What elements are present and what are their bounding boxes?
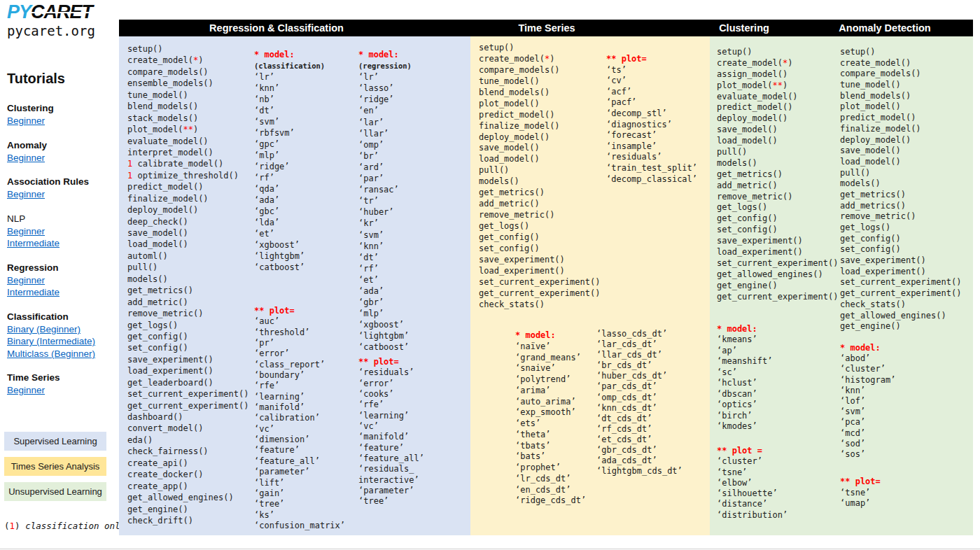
- ts-plot-list: ** plot=‘ts’‘cv’‘acf’‘pacf’‘decomp_stl’‘…: [606, 54, 697, 185]
- code-line: plot_model(): [840, 101, 961, 113]
- code-line: ‘llar’: [358, 128, 412, 139]
- legend-supervised-learning: Supervised Learning: [4, 432, 106, 451]
- code-line: ‘learning’: [358, 411, 424, 421]
- code-line: ‘ard’: [358, 162, 412, 173]
- code-line: get_current_experiment(): [479, 288, 600, 299]
- code-line: ‘exp_smooth’: [515, 407, 586, 418]
- code-line: remove_metric(): [479, 210, 600, 221]
- ts-functions-list: setup()create_model(*)compare_models()tu…: [479, 43, 600, 311]
- tutorial-link-anomaly-beginner[interactable]: Beginner: [7, 152, 45, 164]
- code-line: get_allowed_engines(): [717, 269, 838, 281]
- code-line: ‘vc’: [254, 424, 345, 435]
- code-line: predict_model(): [717, 102, 838, 113]
- code-line: * model:: [515, 330, 586, 341]
- tutorial-link-clustering-beginner[interactable]: Beginner: [7, 115, 45, 127]
- code-line: deploy_model(): [479, 132, 600, 143]
- ts-model-list-b: ‘lasso_cds_dt’‘lar_cds_dt’‘llar_cds_dt’‘…: [596, 329, 682, 477]
- tutorial-link-nlp-beginner[interactable]: Beginner: [7, 225, 45, 238]
- section-title-time-series: Time Series: [7, 372, 119, 384]
- code-line: ‘llar_cds_dt’: [596, 350, 682, 360]
- code-line: blend_models(): [479, 87, 600, 99]
- code-line: ‘manifold’: [254, 402, 345, 413]
- code-line: ‘lightgbm_cds_dt’: [596, 466, 682, 477]
- tutorial-link-regression-beginner[interactable]: Beginner: [7, 274, 45, 287]
- tutorial-link-classification-multiclass-beginner[interactable]: Multiclass (Beginner): [7, 348, 95, 360]
- code-line: ‘dt’: [358, 252, 412, 263]
- code-line: ‘feature’: [254, 445, 345, 456]
- legend: Supervised LearningTimes Series Analysis…: [7, 432, 119, 501]
- code-line: ‘lasso_cds_dt’: [596, 329, 682, 339]
- section-title-association-rules: Association Rules: [7, 176, 119, 188]
- classification-only-note: (1) classification only: [4, 521, 119, 531]
- code-line: set_config(): [479, 244, 600, 255]
- code-line: ‘lar_cds_dt’: [596, 339, 682, 350]
- code-line: save_experiment(): [840, 255, 961, 267]
- footnote-text: classification only: [25, 521, 125, 531]
- header-anomaly-detection: Anomaly Detection: [839, 20, 930, 36]
- code-line: predict_model(): [127, 181, 248, 192]
- code-line: convert_model(): [127, 423, 248, 434]
- code-line: get_logs(): [479, 221, 600, 232]
- code-line: ‘cooks’: [358, 389, 424, 400]
- clustering-plot-list: ** plot =‘cluster’‘tsne’‘elbow’‘silhouet…: [717, 446, 788, 521]
- tutorial-link-regression-intermediate[interactable]: Intermediate: [7, 286, 59, 299]
- tutorial-link-nlp-intermediate[interactable]: Intermediate: [7, 237, 59, 250]
- code-line: interactive’: [358, 475, 424, 486]
- code-line: ‘rfe’: [254, 381, 345, 391]
- rc-functions-list: setup()create_model(*)compare_models()en…: [127, 43, 248, 526]
- tutorial-link-classification-binary-intermediate[interactable]: Binary (Intermediate): [7, 335, 95, 348]
- code-line: ‘rfe’: [358, 400, 424, 410]
- code-line: finalize_model(): [479, 121, 600, 132]
- code-line: ‘histogram’: [840, 375, 895, 386]
- code-line: ‘lr_cds_dt’: [515, 474, 586, 485]
- code-line: remove_metric(): [717, 192, 838, 203]
- code-line: ‘residuals_: [358, 464, 424, 474]
- code-line: save_experiment(): [127, 354, 248, 365]
- tutorial-link-classification-binary-beginner[interactable]: Binary (Beginner): [7, 323, 80, 336]
- code-line: dashboard(): [127, 411, 248, 423]
- code-line: ‘lift’: [254, 478, 345, 488]
- code-line: tune_model(): [127, 90, 248, 101]
- code-line: ‘ada’: [254, 195, 325, 206]
- code-line: save_experiment(): [479, 255, 600, 266]
- code-line: ‘elbow’: [717, 478, 788, 488]
- tutorial-link-time-series-beginner[interactable]: Beginner: [7, 384, 45, 397]
- code-line: ‘decomp_classical’: [606, 174, 697, 185]
- code-line: ‘gpc’: [254, 139, 325, 150]
- clustering-functions-list: setup()create_model(*)assign_model()plot…: [717, 47, 838, 302]
- code-line: ‘et’: [254, 228, 325, 239]
- section-title-clustering: Clustering: [7, 102, 119, 115]
- code-line: blend_models(): [840, 91, 961, 102]
- code-line: add_metrics(): [840, 201, 961, 212]
- code-line: * model:: [840, 343, 895, 353]
- code-line: ‘cluster’: [840, 364, 895, 374]
- code-line: save_model(): [479, 143, 600, 154]
- code-line: get_allowed_engines(): [127, 492, 248, 503]
- code-line: plot_model(**): [717, 80, 838, 92]
- code-line: set_config(): [717, 225, 838, 236]
- footnote-number: 1: [10, 521, 15, 531]
- code-line: ‘tsne’: [717, 467, 788, 478]
- code-line: save_experiment(): [717, 236, 838, 247]
- tutorial-section-regression: RegressionBeginnerIntermediate: [7, 262, 119, 299]
- code-line: ‘knn’: [358, 241, 412, 252]
- code-line: ‘auc’: [254, 316, 345, 327]
- code-line: setup(): [127, 43, 248, 55]
- code-line: * model:: [717, 324, 772, 334]
- code-line: ensemble_models(): [127, 78, 248, 89]
- code-line: predict_model(): [840, 113, 961, 124]
- code-line: 1 calibrate_model(): [127, 158, 248, 169]
- code-line: ‘omp_cds_dt’: [596, 393, 682, 403]
- code-line: plot_model(): [479, 99, 600, 110]
- code-line: ‘lof’: [840, 396, 895, 407]
- code-line: ‘nb’: [254, 94, 325, 105]
- tutorial-sections: ClusteringBeginnerAnomalyBeginnerAssocia…: [7, 102, 119, 397]
- code-line: ‘tr’: [358, 195, 412, 206]
- tutorial-link-association-rules-beginner[interactable]: Beginner: [7, 188, 45, 201]
- code-line: set_current_experiment(): [479, 277, 600, 288]
- code-line: load_model(): [840, 157, 961, 168]
- code-line: ‘manifold’: [358, 432, 424, 442]
- code-line: ‘lr’: [254, 71, 325, 83]
- code-line: save_model(): [127, 227, 248, 239]
- rc-classification-plot-list: ** plot=‘auc’‘threshold’‘pr’‘error’‘clas…: [254, 306, 345, 531]
